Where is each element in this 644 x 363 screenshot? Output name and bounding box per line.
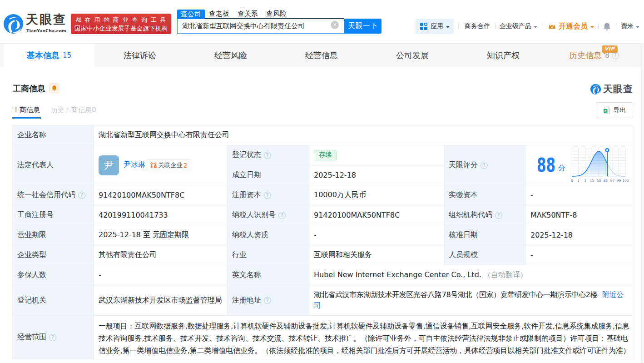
reg-status-value: 存续	[309, 145, 444, 165]
help-icon[interactable]: ?	[264, 297, 271, 304]
english-name-text: Hubei New Internet Exchange Center Co., …	[314, 270, 481, 279]
legal-rep-name-link[interactable]: 尹冰琳	[124, 160, 145, 170]
field-label: 经营范围?	[13, 316, 94, 359]
related-companies-badge[interactable]: 关联企业 2	[147, 159, 191, 171]
help-icon[interactable]: ?	[495, 212, 502, 219]
reg-address-label: 注册地址	[232, 296, 261, 305]
staff-size-value: -	[526, 245, 633, 265]
brand-domain: TianYanCha.com	[26, 28, 66, 33]
field-label: 参保人数	[13, 265, 94, 285]
tab-basic-info[interactable]: 基本信息 15	[4, 44, 94, 67]
brand-name[interactable]: 天眼查	[26, 13, 67, 26]
field-label: 行业	[228, 245, 309, 265]
promo-banner: 都 在 用 的 商 业 查 询 工 具 国家中小企业发展子基金旗下机构	[71, 14, 171, 34]
tianyancha-logo-icon[interactable]	[4, 14, 23, 34]
help-icon[interactable]: ?	[49, 334, 56, 341]
tianyancha-watermark-icon	[590, 84, 601, 94]
auto-translate-note: （自动翻译）	[484, 270, 527, 279]
legal-rep-row: 尹 尹冰琳 关联企业 2	[99, 155, 223, 175]
tab-operation-info[interactable]: 经营信息	[276, 44, 367, 67]
business-scope-value: 一般项目：互联网数据服务,数据处理服务,计算机软硬件及辅助设备批发,计算机软硬件…	[94, 316, 633, 359]
tab-basic-info-count: 15	[63, 51, 71, 60]
search-tab-relation[interactable]: 查关系	[238, 9, 258, 18]
english-name-value: Hubei New Internet Exchange Center Co., …	[309, 265, 633, 285]
org-code-label: 组织机构代码	[449, 210, 492, 220]
user-menu[interactable]: 费米	[621, 22, 639, 30]
watermark-text: 天眼查	[603, 83, 633, 95]
search-tab-company[interactable]: 查公司	[177, 10, 205, 19]
field-label: 组织机构代码?	[444, 205, 526, 225]
search-tab-boss[interactable]: 查老板	[209, 9, 229, 18]
help-icon[interactable]: ?	[264, 192, 271, 199]
search-button[interactable]: 天眼一下	[344, 19, 381, 34]
help-icon[interactable]: ?	[612, 52, 619, 59]
excel-icon	[603, 106, 611, 114]
enterprise-product-link[interactable]: 企业级产品	[500, 22, 537, 30]
subtab-history-business-info[interactable]: 历史工商信息0	[51, 106, 96, 114]
bell-icon	[603, 22, 611, 31]
score-cell[interactable]: 88 分 013	[526, 145, 633, 185]
search-input[interactable]	[177, 19, 344, 34]
export-button[interactable]: 导出	[596, 102, 633, 118]
tab-operation-info-label: 经营信息	[305, 50, 338, 61]
open-vip-label: 开通会员	[559, 22, 588, 31]
credit-code-value: 91420100MAK50NTF8C	[94, 185, 228, 205]
bell-icon	[51, 85, 57, 91]
tab-company-development[interactable]: 公司发展	[367, 44, 458, 67]
search-tab-risk[interactable]: 查风险	[266, 9, 287, 18]
score-label: 天眼评分	[449, 160, 478, 170]
field-label: 注册地址?	[228, 285, 309, 316]
company-type-value: 其他有限责任公司	[94, 245, 228, 265]
subtab-business-info[interactable]: 工商信息	[13, 106, 40, 114]
score-distribution-chart: 013 155085 9799100	[570, 148, 630, 183]
field-label-wrap: 登记状态?	[232, 150, 304, 160]
field-label: 纳税人资质	[228, 225, 309, 245]
tab-company-development-label: 公司发展	[396, 50, 429, 61]
legal-rep-avatar[interactable]: 尹	[99, 155, 119, 175]
field-label: 成立日期	[228, 165, 309, 185]
table-row: 企业类型 其他有限责任公司 行业 互联网和相关服务 人员规模 -	[13, 245, 633, 265]
field-label: 法定代表人	[13, 145, 94, 185]
page-header: 天眼查 TianYanCha.com 都 在 用 的 商 业 查 询 工 具 国…	[0, 0, 644, 43]
paid-capital-value: -	[526, 185, 633, 205]
table-row: 营业期限 2025-12-18 至 无固定期限 纳税人资质 - 核准日期 202…	[13, 225, 633, 245]
apps-menu[interactable]: 应用	[416, 19, 454, 34]
help-icon[interactable]: ?	[78, 192, 85, 199]
taxpayer-quality-value: -	[309, 225, 444, 245]
subtabs-row: 工商信息 历史工商信息0 导出	[13, 102, 633, 125]
table-row: 企业名称 湖北省新型互联网交换中心有限责任公司	[13, 125, 633, 145]
field-label-wrap: 统一社会信用代码?	[17, 190, 89, 200]
help-icon[interactable]: ?	[481, 162, 488, 169]
reg-address-value: 湖北省武汉市东湖新技术开发区光谷八路78号湖北（国家）宽带研发中心一期演示中心2…	[309, 285, 633, 316]
vip-badge: VIP	[602, 45, 618, 53]
field-label: 工商注册号	[13, 205, 94, 225]
help-icon[interactable]: ?	[264, 152, 271, 159]
tab-intellectual-property[interactable]: 知识产权	[458, 44, 549, 67]
legal-rep-cell: 尹 尹冰琳 关联企业 2	[94, 145, 228, 185]
field-label: 统一社会信用代码?	[13, 185, 94, 205]
tab-legal[interactable]: 法律诉讼	[94, 44, 185, 67]
open-vip-link[interactable]: 开通会员	[548, 22, 594, 31]
chevron-down-icon	[446, 26, 450, 28]
chevron-down-icon	[590, 26, 594, 28]
help-icon[interactable]: ?	[278, 212, 286, 219]
tab-operation-risk[interactable]: 经营风险	[185, 44, 276, 67]
business-scope-label: 经营范围	[17, 333, 46, 342]
field-label-wrap: 经营范围?	[17, 333, 89, 342]
watermark: 天眼查	[590, 83, 633, 95]
divider	[543, 23, 543, 30]
field-label: 实缴资本	[444, 185, 526, 205]
business-coop-link[interactable]: 商务合作	[465, 22, 490, 30]
tab-history-info[interactable]: 历史信息 8 ? VIP	[549, 44, 639, 67]
enterprise-product-label: 企业级产品	[500, 22, 531, 30]
tab-legal-label: 法律诉讼	[124, 50, 156, 61]
section-header: 工商信息 天眼查	[13, 67, 633, 102]
field-label-wrap: 组织机构代码?	[449, 210, 521, 220]
org-chart-icon	[150, 162, 157, 169]
subscribe-bell-button[interactable]	[49, 83, 59, 93]
company-nav-tabs: 基本信息 15 法律诉讼 经营风险 经营信息 公司发展 知识产权 历史信息 8 …	[0, 43, 644, 67]
scrollbar[interactable]	[641, 43, 644, 363]
clear-search-icon[interactable]: ✕	[331, 21, 339, 29]
notification-bell-button[interactable]	[603, 22, 611, 31]
apps-grid-icon	[420, 22, 428, 30]
